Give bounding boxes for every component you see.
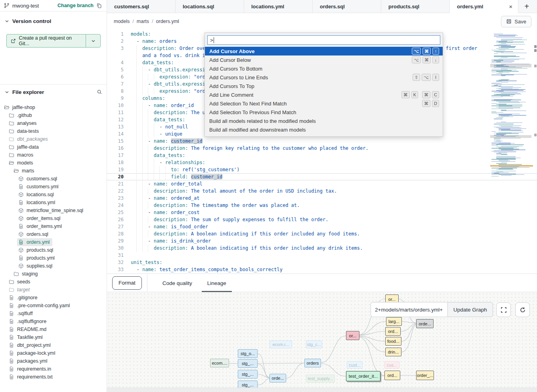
palette-item[interactable]: Build all models related to the modified… — [205, 117, 443, 125]
code-line[interactable]: 31 — [107, 252, 537, 259]
file-tree-item[interactable]: .sqlfluff — [0, 310, 107, 317]
file-tree-item[interactable]: .gitignore — [0, 294, 107, 302]
file-tree-item[interactable]: analyses — [0, 119, 107, 127]
code-line[interactable]: 33 - name: test_order_items_compute_to_b… — [107, 266, 537, 273]
code-line[interactable]: 27 - name: is_food_order — [107, 223, 537, 230]
file-tree-item[interactable]: metricflow_time_spine.sql — [0, 207, 107, 214]
graph-node[interactable]: larg... — [386, 317, 402, 326]
graph-node[interactable]: stg_o... — [238, 349, 258, 358]
tab-locations-yml[interactable]: locations.yml — [244, 0, 313, 13]
code-line[interactable]: 29 - name: is_drink_order — [107, 237, 537, 245]
file-tree-item[interactable]: orders.yml — [0, 238, 107, 246]
file-tree-item[interactable]: products.sql — [0, 246, 107, 254]
palette-item[interactable]: Add Cursors To Bottom — [205, 64, 443, 73]
graph-node[interactable]: orde... — [269, 374, 286, 382]
code-line[interactable]: 30 description: A boolean indicating if … — [107, 245, 537, 252]
code-line[interactable]: 24 description: The timestamp the order … — [107, 202, 537, 209]
graph-node[interactable]: ord... — [384, 371, 400, 380]
update-graph-button[interactable]: Update Graph — [448, 302, 493, 317]
graph-node[interactable]: orde... — [416, 319, 434, 328]
graph-node[interactable]: stg_... — [238, 370, 258, 379]
code-line[interactable]: 20 field: customer_id — [107, 173, 537, 180]
code-line[interactable]: 22 description: The total amount of the … — [107, 187, 537, 195]
tab-orders-yml[interactable]: orders.yml× — [450, 0, 518, 13]
file-explorer-header[interactable]: File explorer — [0, 88, 107, 96]
file-tree-item[interactable]: .github — [0, 111, 107, 119]
file-tree-item[interactable]: supplies.sql — [0, 262, 107, 270]
palette-item[interactable]: Add Selection To Previous Find Match — [205, 108, 443, 117]
graph-node[interactable]: ecom.... — [210, 359, 229, 367]
editor-scrollbar[interactable] — [534, 30, 537, 273]
code-line[interactable]: 23 - name: ordered_at — [107, 195, 537, 202]
breadcrumb-part[interactable]: models — [114, 19, 130, 24]
format-button[interactable]: Format — [112, 276, 142, 290]
code-line[interactable]: 19 to: ref('stg_customers') — [107, 166, 537, 173]
palette-item[interactable]: Add Selection To Next Find Match⌘D — [205, 99, 443, 108]
save-button[interactable]: Save — [501, 16, 531, 27]
search-icon[interactable] — [97, 89, 102, 95]
graph-node[interactable]: food... — [385, 337, 401, 346]
file-tree-item[interactable]: .sqlfluffignore — [0, 317, 107, 325]
code-line[interactable]: 25 - name: order_cost — [107, 209, 537, 216]
graph-node[interactable]: orders — [304, 359, 321, 367]
change-branch-link[interactable]: Change branch — [57, 3, 94, 8]
file-tree-item[interactable]: customers.yml — [0, 183, 107, 191]
version-control-header[interactable]: Version control — [0, 17, 107, 25]
create-pr-dropdown-toggle[interactable] — [86, 34, 100, 47]
refresh-button[interactable] — [515, 302, 530, 317]
file-tree-item[interactable]: products.yml — [0, 254, 107, 262]
palette-item[interactable]: Add Cursor Below⌥⌘↓ — [205, 55, 443, 64]
code-line[interactable]: 32unit_tests: — [107, 259, 537, 266]
code-line[interactable]: 28 description: A boolean indicating if … — [107, 230, 537, 237]
panel-tab-lineage[interactable]: Lineage — [207, 274, 226, 292]
file-tree-item[interactable]: macros — [0, 151, 107, 159]
file-tree-item[interactable]: orders.sql — [0, 230, 107, 238]
file-tree-item[interactable]: dbt_project.yml — [0, 341, 107, 349]
graph-node[interactable]: cust... — [347, 361, 363, 369]
file-tree-item[interactable]: customers.sql — [0, 175, 107, 183]
graph-node[interactable]: or... — [346, 331, 359, 340]
breadcrumb-part[interactable]: orders.yml — [156, 19, 179, 24]
tab-customers-sql[interactable]: customers.sql — [107, 0, 176, 13]
graph-node[interactable]: test_supply... — [306, 375, 335, 382]
file-tree-item[interactable]: README.md — [0, 325, 107, 333]
create-pr-button-main[interactable]: Create a pull request on Git... — [7, 34, 86, 47]
palette-item[interactable]: Add Cursor Above⌥⌘↑ — [205, 47, 443, 55]
panel-tab-code-quality[interactable]: Code quality — [162, 274, 192, 292]
minimap[interactable] — [490, 33, 534, 180]
code-line[interactable]: 16 description: The foreign key relating… — [107, 145, 537, 152]
file-tree-item[interactable]: requirements.txt — [0, 373, 107, 381]
palette-item[interactable]: Add Cursors to Line Ends⇧⌥I — [205, 73, 443, 82]
file-tree-item[interactable]: .pre-commit-config.yaml — [0, 302, 107, 310]
file-tree-item[interactable]: locations.sql — [0, 191, 107, 199]
file-tree-item[interactable]: package-lock.yml — [0, 349, 107, 357]
palette-item[interactable]: Add Cursors To Top — [205, 82, 443, 90]
graph-node[interactable]: cus... — [384, 361, 399, 369]
graph-node[interactable]: ecom.r... — [269, 340, 292, 348]
copy-icon[interactable] — [96, 3, 102, 8]
file-tree-item[interactable]: staging — [0, 270, 107, 278]
graph-node[interactable]: stg_... — [238, 359, 258, 368]
code-line[interactable]: 26 description: The sum of supply expens… — [107, 216, 537, 223]
code-line[interactable]: 15 - name: customer_id — [107, 138, 537, 145]
file-tree-item[interactable]: order_items.yml — [0, 222, 107, 230]
graph-node[interactable]: stg_... — [238, 381, 258, 388]
graph-node[interactable]: order_... — [416, 371, 434, 380]
file-tree-item[interactable]: packages.yml — [0, 357, 107, 365]
tab-orders-sql[interactable]: orders.sql — [313, 0, 381, 13]
code-line[interactable]: 18 - relationships: — [107, 159, 537, 166]
graph-node[interactable]: ord... — [385, 327, 401, 336]
new-tab-button[interactable]: + — [518, 0, 535, 13]
file-tree-item[interactable]: locations.yml — [0, 199, 107, 207]
tab-locations-sql[interactable]: locations.sql — [176, 0, 244, 13]
close-tab-icon[interactable]: × — [507, 3, 514, 10]
graph-node[interactable]: test_order_it... — [346, 371, 380, 381]
tab-products-sql[interactable]: products.sql — [381, 0, 450, 13]
lineage-selector-input[interactable]: 2+models/marts/orders.yml+ — [371, 302, 448, 317]
file-tree-item[interactable]: target — [0, 286, 107, 294]
code-line[interactable]: 17 data_tests: — [107, 152, 537, 159]
file-tree-item[interactable]: Taskfile.yml — [0, 333, 107, 341]
breadcrumb-part[interactable]: marts — [137, 19, 149, 24]
file-tree-item[interactable]: order_items.sql — [0, 214, 107, 222]
code-line[interactable]: 21 - name: order_total — [107, 180, 537, 187]
